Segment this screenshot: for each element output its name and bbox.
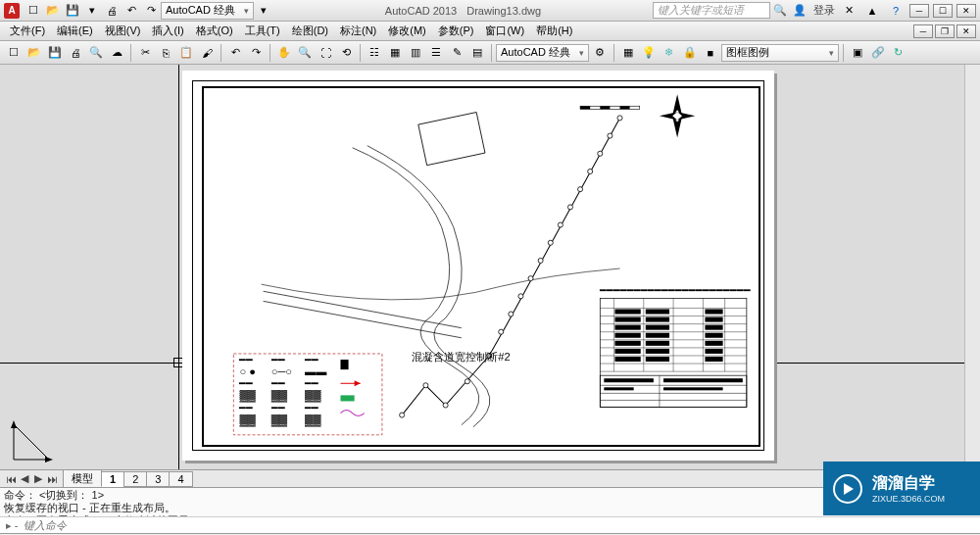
workspace-gear-icon[interactable]: ⚙ [591, 44, 609, 62]
pan-icon[interactable]: ✋ [275, 44, 293, 62]
quickcalc-icon[interactable]: ▤ [468, 44, 486, 62]
plot-icon[interactable]: 🖨 [67, 44, 84, 62]
menu-insert[interactable]: 插入(I) [146, 22, 189, 40]
svg-text:━━━━━━━━━━━━━━━━━━━━━━: ━━━━━━━━━━━━━━━━━━━━━━ [599, 284, 751, 296]
workspace-selector[interactable]: AutoCAD 经典 [161, 2, 254, 20]
window-minimize-icon[interactable]: ─ [909, 4, 929, 18]
matchprop-icon[interactable]: 🖌 [198, 44, 216, 62]
watermark-url: ZIXUE.3D66.COM [872, 494, 945, 504]
qat-undo-icon[interactable]: ↶ [122, 2, 140, 20]
svg-point-15 [558, 222, 563, 227]
menu-modify[interactable]: 修改(M) [382, 22, 432, 40]
layer-freeze-icon[interactable]: ❄ [661, 44, 678, 62]
drawing-area[interactable]: 混凝含道宽控制断#2 ━━━━━━ ○ ●○─○▬▬ ━━━━━━ ▓▓▓▓▓▓… [0, 65, 980, 469]
qat-new-icon[interactable]: ☐ [24, 2, 42, 20]
undo-icon[interactable]: ↶ [226, 44, 244, 62]
svg-point-16 [548, 240, 553, 245]
vertical-scrollbar[interactable] [964, 65, 980, 469]
svg-rect-78 [646, 341, 669, 346]
search-icon[interactable]: 🔍 [771, 2, 789, 20]
menu-format[interactable]: 格式(O) [190, 22, 239, 40]
open-icon[interactable]: 📂 [25, 44, 43, 62]
layer-color-icon[interactable]: ■ [702, 44, 719, 62]
design-center-icon[interactable]: ▦ [386, 44, 404, 62]
svg-marker-95 [11, 420, 17, 428]
tab-first-icon[interactable]: ⏮ [4, 473, 18, 485]
zoom-window-icon[interactable]: ⛶ [317, 44, 334, 62]
xref-icon[interactable]: 🔗 [869, 44, 887, 62]
exchange-icon[interactable]: ✕ [840, 2, 858, 20]
layer-combo[interactable]: 图框图例 [721, 44, 839, 62]
paste-icon[interactable]: 📋 [177, 44, 195, 62]
menu-view[interactable]: 视图(V) [99, 22, 147, 40]
tab-model[interactable]: 模型 [63, 469, 102, 488]
layer-manager-icon[interactable]: ▦ [619, 44, 637, 62]
svg-text:━━: ━━ [270, 377, 285, 389]
refresh-icon[interactable]: ↻ [890, 44, 907, 62]
save-icon[interactable]: 💾 [46, 44, 64, 62]
markup-icon[interactable]: ✎ [448, 44, 466, 62]
redo-icon[interactable]: ↷ [247, 44, 265, 62]
svg-rect-8 [418, 113, 485, 166]
qat-saveas-icon[interactable]: ▾ [83, 2, 101, 20]
help-icon[interactable]: ? [887, 2, 905, 20]
svg-text:○ ●: ○ ● [239, 365, 256, 377]
help-search-input[interactable]: 键入关键字或短语 [653, 2, 770, 19]
window-close-icon[interactable]: ✕ [956, 4, 976, 18]
title-frame: 混凝含道宽控制断#2 ━━━━━━ ○ ●○─○▬▬ ━━━━━━ ▓▓▓▓▓▓… [202, 86, 760, 447]
svg-rect-84 [646, 357, 669, 362]
doc-minimize-icon[interactable]: ─ [913, 24, 933, 38]
tab-last-icon[interactable]: ⏭ [45, 473, 59, 485]
new-icon[interactable]: ☐ [5, 44, 23, 62]
tab-layout-3[interactable]: 3 [146, 471, 170, 487]
tool-palettes-icon[interactable]: ▥ [407, 44, 424, 62]
qat-plot-icon[interactable]: 🖨 [103, 2, 121, 20]
qat-redo-icon[interactable]: ↷ [142, 2, 160, 20]
a360-icon[interactable]: ▲ [863, 2, 881, 20]
doc-close-icon[interactable]: ✕ [956, 24, 976, 38]
app-logo[interactable]: A [4, 3, 20, 19]
model-viewport[interactable]: 混凝含道宽控制断#2 ━━━━━━ ○ ●○─○▬▬ ━━━━━━ ▓▓▓▓▓▓… [0, 65, 980, 469]
command-input[interactable] [24, 519, 976, 531]
workspace-combo[interactable]: AutoCAD 经典 [496, 44, 589, 62]
copy-icon[interactable]: ⎘ [157, 44, 174, 62]
watermark-brand: 溜溜自学 [872, 473, 945, 494]
title-right: 👤 登录 ✕ ▲ ? ─ ☐ ✕ [790, 2, 976, 20]
menu-file[interactable]: 文件(F) [4, 22, 51, 40]
svg-rect-69 [646, 317, 669, 322]
login-link[interactable]: 登录 [813, 3, 835, 18]
tab-prev-icon[interactable]: ◀ [18, 472, 31, 485]
menu-draw[interactable]: 绘图(D) [286, 22, 334, 40]
qat-open-icon[interactable]: 📂 [44, 2, 62, 20]
tab-layout-4[interactable]: 4 [169, 471, 192, 487]
menu-edit[interactable]: 编辑(E) [51, 22, 99, 40]
user-icon[interactable]: 👤 [791, 2, 808, 20]
menu-window[interactable]: 窗口(W) [479, 22, 530, 40]
layer-on-icon[interactable]: 💡 [640, 44, 658, 62]
tab-next-icon[interactable]: ▶ [31, 472, 45, 485]
properties-icon[interactable]: ☷ [366, 44, 383, 62]
tab-nav: ⏮ ◀ ▶ ⏭ [4, 472, 59, 485]
svg-rect-79 [705, 341, 722, 346]
qat-save-icon[interactable]: 💾 [64, 2, 81, 20]
window-maximize-icon[interactable]: ☐ [933, 4, 953, 18]
tab-layout-1[interactable]: 1 [101, 471, 124, 487]
tab-layout-2[interactable]: 2 [123, 471, 147, 487]
block-icon[interactable]: ▣ [849, 44, 866, 62]
preview-icon[interactable]: 🔍 [87, 44, 105, 62]
menu-parametric[interactable]: 参数(P) [432, 22, 480, 40]
publish-icon[interactable]: ☁ [108, 44, 125, 62]
sheet-set-icon[interactable]: ☰ [427, 44, 445, 62]
cut-icon[interactable]: ✂ [136, 44, 154, 62]
menu-tools[interactable]: 工具(T) [239, 22, 286, 40]
menu-dimension[interactable]: 标注(N) [334, 22, 382, 40]
doc-restore-icon[interactable]: ❐ [935, 24, 955, 38]
zoom-realtime-icon[interactable]: 🔍 [296, 44, 314, 62]
menu-help[interactable]: 帮助(H) [530, 22, 578, 40]
zoom-previous-icon[interactable]: ⟲ [337, 44, 355, 62]
svg-point-25 [423, 383, 428, 388]
qat-more-icon[interactable]: ▾ [255, 2, 272, 20]
title-center: AutoCAD 2013 Drawing13.dwg [273, 4, 653, 18]
svg-rect-83 [614, 357, 640, 362]
layer-lock-icon[interactable]: 🔒 [681, 44, 699, 62]
